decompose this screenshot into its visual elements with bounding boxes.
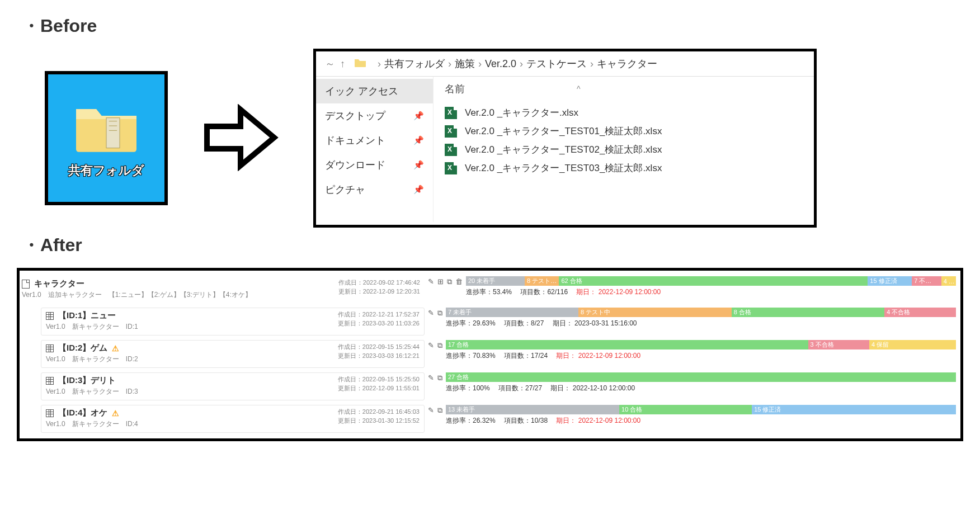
breadcrumb-item[interactable]: 共有フォルダ [384,58,445,69]
copy-icon[interactable]: ⧉ [437,374,442,382]
bar-segment: 4 不合格 [884,308,956,317]
child-progress: 進捗率：70.83% [446,352,496,360]
file-row[interactable]: Ver.2.0 _キャラクター.xlsx [445,103,803,122]
edit-icon[interactable]: ✎ [428,374,434,382]
folder-small-icon [354,58,366,70]
arrow-icon [201,104,280,173]
after-panel: キャラクター Ver1.0 追加キャラクター 【1:ニュー】【2:ゲム】【3:デ… [17,268,963,441]
col-name-header[interactable]: 名前 [445,82,465,96]
parent-row: キャラクター Ver1.0 追加キャラクター 【1:ニュー】【2:ゲム】【3:デ… [21,274,957,305]
child-created: 作成日：2022-09-15 15:25:50 [338,375,420,384]
bar-segment: 15 修正済 [868,276,912,286]
bar-segment: 62 合格 [559,276,868,286]
bar-segment: 8 合格 [732,308,885,317]
xlsx-icon [445,125,457,138]
bar-segment: 27 合格 [446,372,956,382]
parent-actions: ✎ ⊞ ⧉ 🗑 [428,276,463,286]
grid-icon [46,377,54,385]
nav-symbols[interactable]: ～ ↑ [325,57,346,70]
breadcrumb-item[interactable]: Ver.2.0 [485,58,516,69]
child-progress-bar: 13 未着手10 合格15 修正済 [446,405,956,414]
breadcrumb-item[interactable]: キャラクター [597,58,657,69]
pin-icon: 📌 [413,160,424,170]
sidebar-item[interactable]: ドキュメント📌 [316,128,433,153]
bar-segment: 3 不合格 [808,340,869,349]
pin-icon: 📌 [413,111,424,121]
child-actions: ✎ ⧉ [428,308,442,318]
explorer-sidebar: イック アクセス デスクトップ📌ドキュメント📌ダウンロード📌ピクチャ📌 [316,77,434,222]
sidebar-item[interactable]: ピクチャ📌 [316,177,433,202]
warning-icon: ⚠ [112,344,119,353]
child-title[interactable]: 【ID:1】ニュー [58,310,116,321]
sidebar-item[interactable]: ダウンロード📌 [316,153,433,177]
edit-icon[interactable]: ✎ [428,341,434,350]
edit-icon[interactable]: ✎ [428,406,434,415]
copy-icon[interactable]: ⧉ [437,341,442,350]
shared-folder-tile[interactable]: 共有フォルダ [45,71,168,205]
child-title[interactable]: 【ID:4】オケ [58,408,107,418]
grid-icon [46,409,54,417]
xlsx-icon [445,144,457,156]
child-subtitle: Ver1.0 新キャラクター ID:4 [46,419,338,429]
bar-segment: 7 不… [912,276,941,286]
bar-segment: 8 テスト… [525,276,559,286]
edit-icon[interactable]: ✎ [428,309,434,318]
child-updated: 更新日：2023-01-30 12:15:52 [338,417,420,425]
child-due: 期日： 2022-12-10 12:00:00 [550,384,635,392]
child-progress-bar: 27 合格 [446,372,956,382]
child-due: 期日： 2023-03-31 15:16:00 [553,319,637,327]
child-title[interactable]: 【ID:2】ゲム [58,343,107,353]
pin-icon: 📌 [413,135,424,145]
child-subtitle: Ver1.0 新キャラクター ID:1 [46,322,338,332]
svg-rect-0 [106,117,120,148]
child-progress-bar: 17 合格3 不合格4 保留 [446,340,956,349]
breadcrumb-item[interactable]: 施策 [455,58,475,69]
child-created: 作成日：2022-09-15 15:25:44 [338,343,420,351]
child-actions: ✎ ⧉ [428,340,442,350]
child-subtitle: Ver1.0 新キャラクター ID:3 [46,387,338,396]
child-progress: 進捗率：26.32% [446,417,496,424]
doc-icon [22,280,30,289]
sidebar-item[interactable]: デスクトップ📌 [316,103,433,128]
explorer-toolbar: ～ ↑ ›共有フォルダ›施策›Ver.2.0›テストケース›キャラクター [316,51,814,77]
child-updated: 更新日：2022-12-09 11:55:01 [338,384,420,393]
parent-title[interactable]: キャラクター [34,278,84,289]
pin-icon: 📌 [413,185,424,195]
child-row: 【ID:1】ニュー Ver1.0 新キャラクター ID:1 作成日：2022-1… [40,305,957,338]
breadcrumb[interactable]: ›共有フォルダ›施策›Ver.2.0›テストケース›キャラクター [374,57,657,70]
sidebar-quick-access[interactable]: イック アクセス [316,79,433,103]
breadcrumb-item[interactable]: テストケース [526,58,587,69]
child-progress: 進捗率：100% [446,384,490,392]
parent-due: 期日： 2022-12-09 12:00:00 [576,288,661,296]
parent-progress: 進捗率：53.4% [466,288,512,296]
file-explorer-window: ～ ↑ ›共有フォルダ›施策›Ver.2.0›テストケース›キャラクター イック… [313,49,817,228]
edit-icon[interactable]: ✎ [428,277,434,286]
before-row: 共有フォルダ ～ ↑ ›共有フォルダ›施策›Ver.2.0›テストケース›キャラ… [45,49,963,228]
grid-icon [46,312,54,320]
file-row[interactable]: Ver.2.0 _キャラクター_TEST01_検証太郎.xlsx [445,122,803,140]
file-row[interactable]: Ver.2.0 _キャラクター_TEST03_検証太郎.xlsx [445,159,803,177]
delete-icon[interactable]: 🗑 [455,277,463,286]
bar-segment: 15 修正済 [752,405,956,414]
child-updated: 更新日：2023-03-20 11:03:26 [338,319,420,328]
copy-icon[interactable]: ⧉ [437,406,442,415]
add-icon[interactable]: ⊞ [437,277,444,286]
parent-items: 項目数：62/116 [520,288,568,296]
child-due: 期日： 2022-12-09 12:00:00 [556,352,640,360]
after-heading: ・After [22,233,963,258]
xlsx-icon [445,162,457,174]
child-actions: ✎ ⧉ [428,372,442,382]
bar-segment: 10 合格 [619,405,752,414]
sort-caret-icon[interactable]: ^ [577,84,581,93]
before-heading: ・Before [22,14,963,39]
bar-segment: 17 合格 [446,340,808,349]
bar-segment: 13 未着手 [446,405,619,414]
child-subtitle: Ver1.0 新キャラクター ID:2 [46,355,338,364]
bar-segment: 8 テスト中 [578,308,732,317]
file-row[interactable]: Ver.2.0 _キャラクター_TEST02_検証太郎.xlsx [445,140,803,159]
parent-subtitle: Ver1.0 追加キャラクター 【1:ニュー】【2:ゲム】【3:デリト】【4:オ… [22,290,338,300]
copy-icon[interactable]: ⧉ [437,309,442,318]
child-title[interactable]: 【ID:3】デリト [58,375,116,386]
copy-icon[interactable]: ⧉ [447,277,452,286]
child-items: 項目数：17/24 [504,352,548,360]
